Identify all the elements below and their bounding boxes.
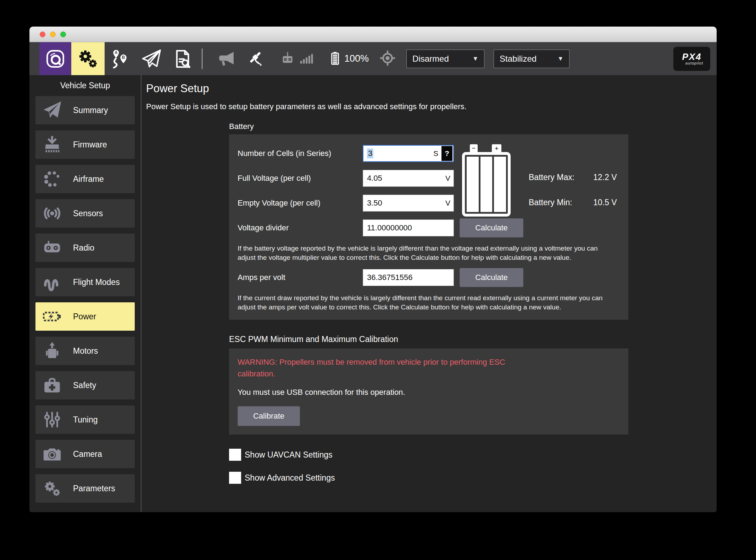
sidebar-item-firmware[interactable]: Firmware — [35, 130, 135, 159]
voltage-divider-calculate-button[interactable]: Calculate — [460, 218, 523, 237]
fly-view-button[interactable] — [136, 42, 167, 75]
armed-state-dropdown[interactable]: Disarmed ▼ — [406, 50, 484, 68]
px4-autopilot-logo: PX4 autopilot — [673, 47, 710, 71]
sidebar-item-safety[interactable]: Safety — [35, 371, 135, 399]
power-icon — [40, 306, 64, 327]
battery-section-label: Battery — [229, 122, 717, 131]
battery-status-indicator[interactable]: 100% — [328, 48, 370, 69]
empty-voltage-label: Empty Voltage (per cell) — [238, 198, 363, 208]
battery-percentage: 100% — [344, 53, 369, 64]
cells-label: Number of Cells (in Series) — [238, 149, 363, 158]
empty-voltage-input[interactable]: 3.50 V — [363, 195, 454, 212]
sidebar-item-label: Flight Modes — [73, 278, 120, 287]
svg-text:B: B — [122, 55, 125, 60]
battery-body — [462, 152, 511, 217]
log-document-search-icon — [172, 48, 193, 69]
sidebar-item-flight-modes[interactable]: Flight Modes — [35, 268, 135, 296]
page-description: Power Setup is used to setup battery par… — [146, 102, 717, 111]
minimize-button[interactable] — [50, 32, 56, 37]
battery-icon — [328, 48, 342, 69]
settings-gears-icon — [76, 47, 100, 71]
esc-usb-note: You must use USB connection for this ope… — [238, 388, 620, 397]
sidebar-item-sensors[interactable]: Sensors — [35, 199, 135, 228]
rc-rssi-indicator[interactable] — [280, 49, 315, 69]
show-uavcan-settings-row: Show UAVCAN Settings — [229, 449, 717, 461]
flight-mode-dropdown[interactable]: Stabilized ▼ — [494, 50, 569, 68]
vehicle-setup-tab[interactable] — [71, 42, 105, 75]
gps-status-indicator[interactable] — [246, 49, 265, 69]
sidebar-item-label: Sensors — [73, 209, 103, 218]
sidebar-item-label: Motors — [73, 346, 98, 356]
show-advanced-settings-checkbox[interactable] — [229, 472, 241, 484]
flight-mode-value: Stabilized — [500, 54, 537, 64]
paper-plane-outline-icon — [140, 48, 162, 70]
svg-text:A: A — [115, 50, 117, 55]
qgc-q-icon — [44, 48, 66, 70]
chevron-down-icon: ▼ — [472, 55, 478, 62]
battery-min-value: 10.5 V — [593, 198, 617, 207]
sidebar-item-motors[interactable]: Motors — [35, 337, 135, 365]
sensors-icon — [40, 203, 64, 224]
amps-per-volt-input[interactable]: 36.36751556 — [363, 269, 454, 286]
voltage-divider-input[interactable]: 11.00000000 — [363, 219, 454, 236]
armed-state-value: Disarmed — [412, 54, 449, 64]
paper-plane-icon — [40, 100, 64, 121]
calibrate-button[interactable]: Calibrate — [238, 406, 300, 426]
sidebar-item-camera[interactable]: Camera — [35, 440, 135, 468]
voltage-divider-value: 11.00000000 — [367, 223, 412, 233]
radio-icon — [40, 237, 64, 258]
sidebar-item-label: Radio — [73, 243, 94, 253]
vehicle-setup-sidebar: Vehicle Setup SummaryFirmwareAirframeSen… — [29, 75, 141, 512]
sidebar-item-tuning[interactable]: Tuning — [35, 405, 135, 434]
empty-voltage-value: 3.50 — [367, 198, 382, 208]
rc-signal-bars-icon — [299, 50, 315, 68]
sidebar-item-summary[interactable]: Summary — [35, 96, 135, 124]
safety-icon — [40, 375, 64, 396]
amps-per-volt-value: 36.36751556 — [367, 273, 412, 282]
sidebar-item-power[interactable]: Power — [35, 302, 135, 331]
empty-voltage-unit: V — [445, 199, 450, 207]
battery-readout: Battery Max: 12.2 V Battery Min: 10.5 V — [529, 173, 617, 223]
sidebar-item-label: Camera — [73, 449, 102, 459]
amps-per-volt-label: Amps per volt — [238, 273, 363, 282]
gps-target-icon — [378, 49, 397, 69]
gps-lock-indicator[interactable] — [378, 49, 397, 69]
firmware-icon — [40, 134, 64, 155]
show-advanced-settings-row: Show Advanced Settings — [229, 472, 717, 484]
close-button[interactable] — [40, 32, 45, 37]
chevron-down-icon: ▼ — [557, 55, 563, 62]
amps-per-volt-calculate-button[interactable]: Calculate — [460, 268, 523, 287]
sidebar-item-label: Safety — [73, 381, 96, 390]
battery-max-label: Battery Max: — [529, 173, 593, 182]
main-toolbar: A B — [29, 42, 717, 75]
full-voltage-label: Full Voltage (per cell) — [238, 174, 363, 183]
number-of-cells-input[interactable]: 3 S ? — [363, 145, 454, 162]
full-voltage-unit: V — [445, 174, 450, 183]
page-title: Power Setup — [146, 82, 717, 95]
vehicle-messages-indicator[interactable] — [217, 48, 237, 69]
toolbar-divider — [202, 49, 202, 69]
parameter-help-button[interactable]: ? — [441, 146, 452, 161]
sidebar-item-parameters[interactable]: Parameters — [35, 474, 135, 503]
show-uavcan-settings-label: Show UAVCAN Settings — [245, 450, 333, 460]
esc-warning-text: WARNING: Propellers must be removed from… — [238, 356, 535, 380]
analyze-view-button[interactable] — [167, 42, 198, 75]
zoom-button[interactable] — [60, 32, 66, 37]
sidebar-item-airframe[interactable]: Airframe — [35, 165, 135, 193]
full-voltage-input[interactable]: 4.05 V — [363, 170, 454, 187]
cells-value: 3 — [367, 149, 373, 158]
sidebar-item-radio[interactable]: Radio — [35, 234, 135, 262]
flight-modes-icon — [40, 271, 64, 293]
voltage-divider-label: Voltage divider — [238, 223, 363, 233]
amps-per-volt-help-text: If the current draw reported by the vehi… — [238, 293, 613, 312]
plan-view-button[interactable]: A B — [105, 42, 136, 75]
esc-calibration-panel: WARNING: Propellers must be removed from… — [229, 348, 628, 435]
rc-transmitter-icon — [280, 49, 295, 69]
window-titlebar[interactable] — [29, 27, 717, 42]
battery-max-value: 12.2 V — [593, 173, 617, 182]
qgc-logo-button[interactable] — [39, 42, 71, 75]
sidebar-item-label: Firmware — [73, 140, 107, 150]
voltage-divider-help-text: If the battery voltage reported by the v… — [238, 244, 613, 262]
show-uavcan-settings-checkbox[interactable] — [229, 449, 241, 461]
parameters-icon — [40, 478, 64, 499]
